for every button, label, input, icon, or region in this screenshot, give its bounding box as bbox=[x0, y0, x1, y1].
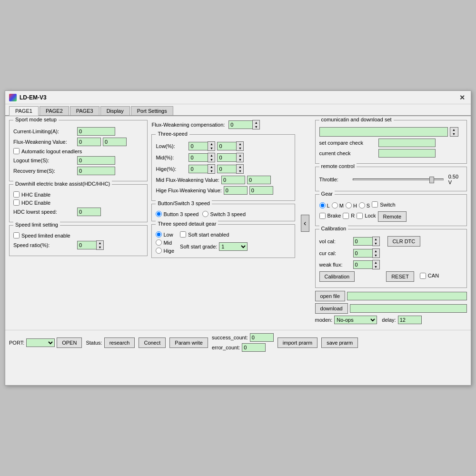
throttle-slider-thumb[interactable] bbox=[429, 177, 434, 183]
download-button[interactable]: download bbox=[315, 303, 348, 314]
gear-l-radio[interactable] bbox=[319, 202, 326, 208]
save-prarm-button[interactable]: save prarm bbox=[321, 337, 358, 348]
hige-input2[interactable] bbox=[217, 165, 236, 173]
cur-cal-up[interactable]: ▲ bbox=[373, 249, 379, 253]
bottom-bar: PORT: OPEN Status: research Conect Param… bbox=[5, 330, 471, 355]
collapse-arrow-btn[interactable]: ‹ bbox=[301, 215, 309, 232]
r-checkbox[interactable] bbox=[343, 213, 349, 219]
clr-dtc-button[interactable]: CLR DTC bbox=[387, 236, 421, 247]
recovery-time-input[interactable] bbox=[77, 167, 115, 175]
tab-page2[interactable]: PAGE2 bbox=[40, 106, 69, 115]
close-button[interactable]: ✕ bbox=[457, 94, 467, 101]
comm-top-input[interactable] bbox=[319, 127, 448, 137]
tab-display[interactable]: Display bbox=[100, 106, 130, 115]
moden-select[interactable]: No-ops bbox=[334, 316, 377, 324]
button-switch-radios: Button 3 speed Switch 3 speed bbox=[156, 211, 290, 217]
reset-button[interactable]: RESET bbox=[386, 271, 414, 282]
open-button[interactable]: OPEN bbox=[57, 337, 82, 348]
soft-start-grade-row: Soft start grade: 1 2 3 bbox=[180, 242, 248, 251]
hige-down-btn2[interactable]: ▼ bbox=[237, 169, 243, 173]
gear-switch-checkbox[interactable] bbox=[372, 201, 378, 208]
flux-comp-down-btn[interactable]: ▼ bbox=[253, 125, 259, 129]
param-write-button[interactable]: Param write bbox=[169, 337, 208, 348]
gear-m-radio[interactable] bbox=[332, 202, 338, 208]
success-count-row: success_count: bbox=[212, 333, 274, 342]
flux-weakening-input1[interactable] bbox=[77, 138, 101, 146]
mid-input1[interactable] bbox=[188, 153, 208, 162]
gear-h-radio[interactable] bbox=[346, 202, 352, 208]
soft-start-checkbox[interactable] bbox=[180, 231, 186, 238]
vol-cal-down[interactable]: ▼ bbox=[373, 241, 379, 246]
low-down-btn2[interactable]: ▼ bbox=[237, 146, 243, 150]
vol-cal-input[interactable] bbox=[353, 237, 372, 246]
vol-cal-up[interactable]: ▲ bbox=[373, 237, 379, 241]
logout-time-input[interactable] bbox=[77, 156, 115, 165]
default-mid-radio[interactable] bbox=[156, 239, 162, 246]
download-input[interactable] bbox=[350, 304, 467, 313]
connect-button[interactable]: Conect bbox=[139, 337, 166, 348]
cur-cal-input[interactable] bbox=[353, 249, 372, 258]
hhc-enable-checkbox[interactable] bbox=[13, 191, 20, 198]
default-low-radio[interactable] bbox=[156, 231, 162, 238]
hige-flux-input2[interactable] bbox=[249, 186, 273, 195]
calibration-button[interactable]: Calibration bbox=[319, 271, 355, 282]
brake-checkbox[interactable] bbox=[319, 213, 326, 219]
speed-limited-checkbox[interactable] bbox=[13, 232, 20, 238]
tab-port-settings[interactable]: Port Settings bbox=[131, 106, 173, 115]
low-up-btn1[interactable]: ▲ bbox=[208, 142, 215, 146]
comm-scroll-down[interactable]: ▼ bbox=[450, 132, 458, 136]
auto-logout-checkbox[interactable] bbox=[13, 148, 20, 154]
mid-down-btn1[interactable]: ▼ bbox=[208, 158, 215, 162]
mid-down-btn2[interactable]: ▼ bbox=[237, 158, 243, 162]
gear-s-radio[interactable] bbox=[359, 202, 365, 208]
flux-weakening-input2[interactable] bbox=[103, 138, 127, 146]
current-check-input[interactable] bbox=[378, 149, 436, 158]
current-limiting-input[interactable] bbox=[77, 127, 115, 136]
success-count-input[interactable] bbox=[250, 333, 274, 342]
mid-up-btn2[interactable]: ▲ bbox=[237, 153, 243, 158]
mid-flux-input1[interactable] bbox=[221, 176, 245, 184]
mid-input2[interactable] bbox=[217, 153, 236, 162]
hdc-enable-checkbox[interactable] bbox=[13, 199, 20, 206]
default-hige-radio[interactable] bbox=[156, 248, 162, 254]
low-input1[interactable] bbox=[188, 142, 208, 150]
lock-checkbox[interactable] bbox=[357, 213, 363, 219]
mid-flux-input2[interactable] bbox=[247, 176, 271, 184]
speed-ratio-input[interactable] bbox=[77, 241, 96, 249]
speed-ratio-down-btn[interactable]: ▼ bbox=[97, 245, 103, 249]
flux-comp-up-btn[interactable]: ▲ bbox=[253, 120, 259, 125]
low-input2[interactable] bbox=[217, 142, 236, 150]
low-up-btn2[interactable]: ▲ bbox=[237, 142, 243, 146]
weak-flux-input[interactable] bbox=[353, 260, 372, 269]
hige-flux-input1[interactable] bbox=[224, 186, 248, 195]
import-prarm-button[interactable]: import prarm bbox=[278, 337, 317, 348]
tab-page3[interactable]: PAGE3 bbox=[70, 106, 99, 115]
speed-ratio-up-btn[interactable]: ▲ bbox=[97, 241, 103, 245]
hige-input1[interactable] bbox=[188, 165, 208, 173]
open-file-input[interactable] bbox=[347, 292, 467, 300]
mid-up-btn1[interactable]: ▲ bbox=[208, 153, 215, 158]
open-file-button[interactable]: open file bbox=[315, 291, 346, 301]
weak-flux-down[interactable]: ▼ bbox=[373, 265, 379, 269]
port-select[interactable] bbox=[26, 338, 55, 347]
research-button[interactable]: research bbox=[104, 337, 135, 348]
hige-up-btn2[interactable]: ▲ bbox=[237, 165, 243, 169]
can-checkbox[interactable] bbox=[420, 273, 426, 279]
cur-cal-down[interactable]: ▼ bbox=[373, 253, 379, 258]
weak-flux-up[interactable]: ▲ bbox=[373, 260, 379, 265]
delay-input[interactable] bbox=[398, 316, 422, 324]
remote-button[interactable]: Remote bbox=[378, 211, 407, 222]
speed-ratio-row: Speed ratio(%): ▲ ▼ bbox=[13, 240, 143, 250]
hdc-lowrst-input[interactable] bbox=[77, 208, 101, 216]
comm-scroll-up[interactable]: ▲ bbox=[450, 128, 458, 132]
error-count-input[interactable] bbox=[242, 343, 266, 352]
switch3-radio[interactable] bbox=[202, 211, 208, 217]
button3-radio[interactable] bbox=[156, 211, 162, 217]
hige-up-btn1[interactable]: ▲ bbox=[208, 165, 215, 169]
set-compare-input[interactable] bbox=[378, 139, 436, 147]
tab-page1[interactable]: PAGE1 bbox=[9, 106, 39, 116]
soft-start-grade-select[interactable]: 1 2 3 bbox=[219, 242, 248, 251]
hige-down-btn1[interactable]: ▼ bbox=[208, 169, 215, 173]
flux-comp-input[interactable] bbox=[228, 120, 252, 129]
low-down-btn1[interactable]: ▼ bbox=[208, 146, 215, 150]
